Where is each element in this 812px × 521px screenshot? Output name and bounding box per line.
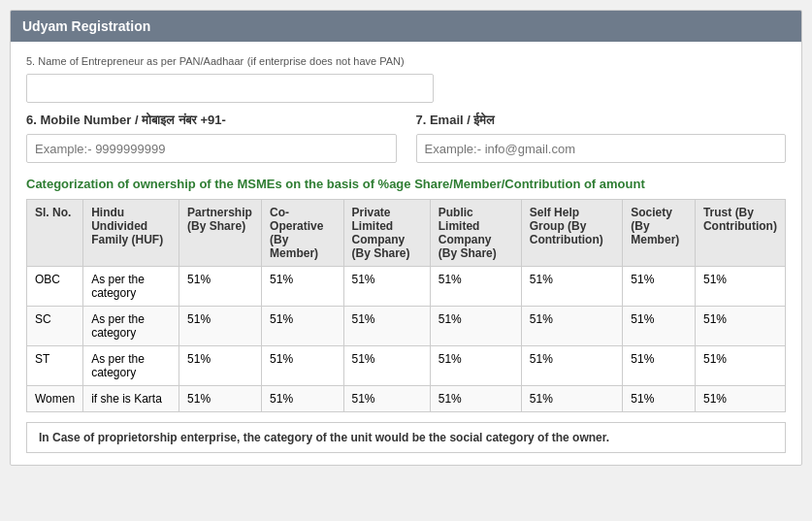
cell-trust: 51% [695,307,785,346]
cell-public: 51% [430,307,521,346]
table-row: STAs per the category51%51%51%51%51%51%5… [27,346,786,386]
cell-coop: 51% [262,386,343,412]
col-header-trust: Trust (By Contribution) [695,200,785,267]
cell-private: 51% [343,307,430,346]
cell-society: 51% [623,386,696,412]
table-header-row: Sl. No. Hindu Undivided Family (HUF) Par… [27,200,786,267]
content-area: 5. Name of Entrepreneur as per PAN/Aadha… [11,42,801,465]
field5-group: 5. Name of Entrepreneur as per PAN/Aadha… [26,53,786,103]
col-header-society: Society (By Member) [623,200,696,267]
cell-huf: As per the category [83,267,179,307]
cell-coop: 51% [262,267,343,307]
fields-6-7-row: 6. Mobile Number / मोबाइल नंबर +91- 7. E… [26,113,786,163]
col-header-public: Public Limited Company (By Share) [430,200,521,267]
col-header-coop: Co-Operative (By Member) [262,200,343,267]
cell-shg: 51% [521,386,623,412]
cell-partnership: 51% [179,267,262,307]
cell-society: 51% [623,267,696,307]
cell-sl: Women [27,386,83,412]
cell-private: 51% [343,267,430,307]
main-window: Udyam Registration 5. Name of Entreprene… [10,10,802,466]
cell-huf: As per the category [83,307,179,346]
cell-sl: SC [27,307,83,346]
cell-coop: 51% [262,307,343,346]
cell-huf: if she is Karta [83,386,179,412]
col-header-partnership: Partnership (By Share) [179,200,262,267]
cell-private: 51% [343,386,430,412]
field6-label: 6. Mobile Number / मोबाइल नंबर +91- [26,113,397,128]
table-row: Womenif she is Karta51%51%51%51%51%51%51… [27,386,786,412]
col-header-huf: Hindu Undivided Family (HUF) [83,200,179,267]
cell-partnership: 51% [179,346,262,386]
cell-shg: 51% [521,267,623,307]
table-section-heading: Categorization of ownership of the MSMEs… [26,177,786,191]
field7-group: 7. Email / ईमेल [416,113,787,163]
col-header-sl: Sl. No. [27,200,83,267]
cell-shg: 51% [521,307,623,346]
field7-input[interactable] [416,134,787,163]
cell-shg: 51% [521,346,623,386]
cell-partnership: 51% [179,307,262,346]
field6-input[interactable] [26,134,397,163]
cell-public: 51% [430,386,521,412]
table-row: SCAs per the category51%51%51%51%51%51%5… [27,307,786,346]
table-row: OBCAs per the category51%51%51%51%51%51%… [27,267,786,307]
field6-group: 6. Mobile Number / मोबाइल नंबर +91- [26,113,397,163]
cell-partnership: 51% [179,386,262,412]
window-title: Udyam Registration [22,18,150,34]
cell-trust: 51% [695,267,785,307]
cell-private: 51% [343,346,430,386]
col-header-private: Private Limited Company (By Share) [343,200,430,267]
footer-note: In Case of proprietorship enterprise, th… [26,422,786,453]
cell-society: 51% [623,346,696,386]
col-header-shg: Self Help Group (By Contribution) [521,200,623,267]
cell-huf: As per the category [83,346,179,386]
cell-trust: 51% [695,386,785,412]
cell-coop: 51% [262,346,343,386]
cell-sl: OBC [27,267,83,307]
field5-label: 5. Name of Entrepreneur as per PAN/Aadha… [26,53,786,68]
cell-sl: ST [27,346,83,386]
cell-trust: 51% [695,346,785,386]
cell-public: 51% [430,346,521,386]
field5-input[interactable] [26,74,434,103]
title-bar: Udyam Registration [11,11,801,42]
cell-society: 51% [623,307,696,346]
categorization-table: Sl. No. Hindu Undivided Family (HUF) Par… [26,199,786,412]
field7-label: 7. Email / ईमेल [416,113,787,128]
cell-public: 51% [430,267,521,307]
